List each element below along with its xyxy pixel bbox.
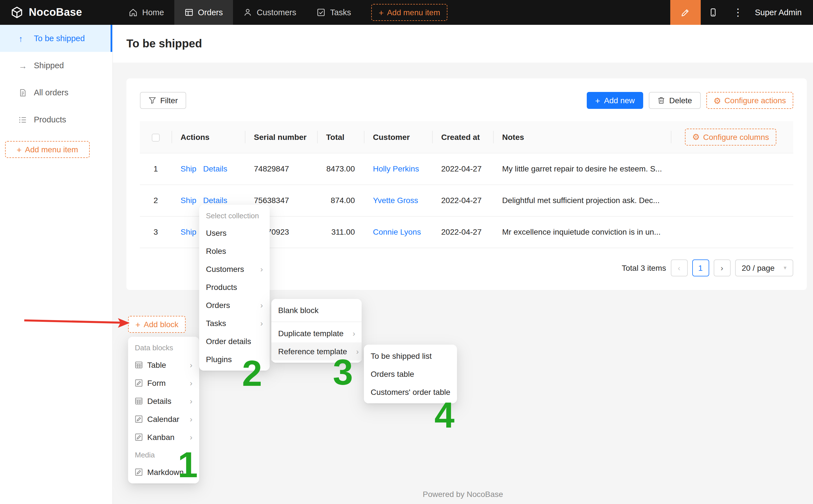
sidebar-item-to-be-shipped[interactable]: ↑ To be shipped xyxy=(0,25,112,52)
add-new-button[interactable]: + Add new xyxy=(587,92,643,109)
ship-action-link[interactable]: Ship xyxy=(181,196,196,205)
row-index-cell: 1 xyxy=(140,153,172,184)
add-new-label: Add new xyxy=(604,96,635,105)
menu-item-duplicate-template[interactable]: Duplicate template› xyxy=(271,324,362,342)
menu-item-users[interactable]: Users xyxy=(199,224,270,242)
orders-icon xyxy=(184,8,193,17)
menu-item-customers[interactable]: Customers› xyxy=(199,260,270,278)
menu-item-label: Tasks xyxy=(206,319,226,328)
menu-item-label: Table xyxy=(147,360,166,369)
chevron-right-icon: › xyxy=(256,301,263,309)
plus-icon: + xyxy=(17,145,22,154)
menu-item-label: Blank block xyxy=(278,306,318,315)
menu-item-label: Orders table xyxy=(371,369,414,378)
plus-icon: + xyxy=(135,320,140,329)
nav-item-home[interactable]: Home xyxy=(118,0,174,25)
page-size-value: 20 / page xyxy=(742,263,775,272)
created-cell: 2022-04-27 xyxy=(432,153,493,184)
menu-item-label: Calendar xyxy=(147,415,179,424)
customer-link[interactable]: Yvette Gross xyxy=(373,196,418,205)
menu-item-blank-block[interactable]: Blank block xyxy=(271,301,362,319)
page-title: To be shipped xyxy=(126,37,202,50)
ship-action-link[interactable]: Ship xyxy=(181,164,196,173)
menu-item-label: To be shipped list xyxy=(371,351,432,360)
table-toolbar: Filter + Add new Delete ⚙ Configure acti… xyxy=(140,92,793,109)
footer-text: Powered by NocoBase xyxy=(113,490,813,499)
annotation-step-2: 2 xyxy=(242,355,262,391)
filter-label: Filter xyxy=(160,96,178,105)
pagination-page-1[interactable]: 1 xyxy=(692,259,709,276)
menu-item-calendar[interactable]: Calendar › xyxy=(128,410,199,428)
menu-item-roles[interactable]: Roles xyxy=(199,242,270,260)
gear-icon: ⚙ xyxy=(713,96,721,105)
nav-item-label: Orders xyxy=(198,8,223,17)
menu-item-to-be-shipped-list[interactable]: To be shipped list xyxy=(364,347,457,365)
annotation-step-3: 3 xyxy=(333,354,353,390)
customers-icon xyxy=(243,8,252,17)
add-block-button[interactable]: + Add block xyxy=(128,316,186,333)
header-cell-configure: ⚙ Configure columns xyxy=(671,121,793,153)
menu-item-label: Orders xyxy=(206,301,230,310)
page-size-select[interactable]: 20 / page ▾ xyxy=(735,259,793,276)
table-grid-icon xyxy=(135,397,143,405)
menu-divider xyxy=(271,322,362,322)
annotation-step-4: 4 xyxy=(434,397,454,433)
serial-cell: 74829847 xyxy=(245,153,317,184)
total-cell: 874.00 xyxy=(317,184,364,216)
chevron-right-icon: › xyxy=(185,415,192,423)
user-menu[interactable]: Super Admin xyxy=(750,8,813,17)
menu-item-products[interactable]: Products xyxy=(199,278,270,296)
details-action-link[interactable]: Details xyxy=(203,196,227,205)
logo[interactable]: NocoBase xyxy=(0,6,113,19)
menu-item-orders-table[interactable]: Orders table xyxy=(364,365,457,383)
chevron-right-icon: › xyxy=(256,265,263,273)
customer-link[interactable]: Holly Perkins xyxy=(373,164,419,173)
select-all-checkbox[interactable] xyxy=(152,134,160,142)
sidebar: ↑ To be shipped → Shipped All orders Pro… xyxy=(0,25,113,504)
nav-item-customers[interactable]: Customers xyxy=(233,0,306,25)
table-grid-icon xyxy=(135,361,143,369)
nav-item-label: Tasks xyxy=(330,8,351,17)
plus-icon: + xyxy=(379,8,384,17)
logo-text: NocoBase xyxy=(29,6,82,19)
nav-item-tasks[interactable]: Tasks xyxy=(306,0,361,25)
mobile-preview-button[interactable] xyxy=(701,0,726,25)
menu-item-tasks[interactable]: Tasks› xyxy=(199,314,270,332)
ship-action-link[interactable]: Ship xyxy=(181,227,196,236)
more-menu-button[interactable]: ⋮ xyxy=(726,0,750,25)
details-action-link[interactable]: Details xyxy=(203,164,227,173)
pagination-next-button[interactable]: › xyxy=(713,259,730,276)
sidebar-item-label: Shipped xyxy=(34,61,64,70)
list-icon xyxy=(19,115,28,124)
menu-item-label: Customers xyxy=(206,265,244,274)
pagination-prev-button[interactable]: ‹ xyxy=(671,259,687,276)
document-icon xyxy=(19,88,28,97)
nav-item-orders[interactable]: Orders xyxy=(174,0,233,25)
menu-item-label: Duplicate template xyxy=(278,329,344,338)
plus-icon: + xyxy=(595,96,600,105)
sidebar-item-products[interactable]: Products xyxy=(0,106,112,133)
delete-button[interactable]: Delete xyxy=(649,92,700,109)
sidebar-item-label: To be shipped xyxy=(34,34,85,43)
top-navbar: NocoBase Home Orders Customers Tasks + A… xyxy=(0,0,813,25)
menu-item-label: Plugins xyxy=(206,355,232,364)
menu-item-table[interactable]: Table › xyxy=(128,356,199,374)
sidebar-add-menu-item-button[interactable]: + Add menu item xyxy=(5,141,90,158)
select-collection-menu: Select collection Users Roles Customers›… xyxy=(199,205,270,371)
navbar-add-menu-item-button[interactable]: + Add menu item xyxy=(371,4,447,21)
sidebar-item-shipped[interactable]: → Shipped xyxy=(0,52,112,79)
configure-columns-button[interactable]: ⚙ Configure columns xyxy=(685,129,776,146)
header-cell-actions: Actions xyxy=(172,121,245,153)
chevron-right-icon: › xyxy=(185,433,192,441)
ui-editor-button[interactable] xyxy=(670,0,701,25)
menu-item-orders[interactable]: Orders› xyxy=(199,296,270,314)
menu-item-kanban[interactable]: Kanban › xyxy=(128,428,199,446)
pagination-total: Total 3 items xyxy=(622,263,666,272)
menu-item-details[interactable]: Details › xyxy=(128,392,199,410)
menu-item-order-details[interactable]: Order details xyxy=(199,332,270,350)
sidebar-item-all-orders[interactable]: All orders xyxy=(0,79,112,106)
configure-actions-button[interactable]: ⚙ Configure actions xyxy=(706,92,793,109)
filter-button[interactable]: Filter xyxy=(140,92,186,109)
menu-item-form[interactable]: Form › xyxy=(128,374,199,392)
customer-link[interactable]: Connie Lyons xyxy=(373,227,421,236)
